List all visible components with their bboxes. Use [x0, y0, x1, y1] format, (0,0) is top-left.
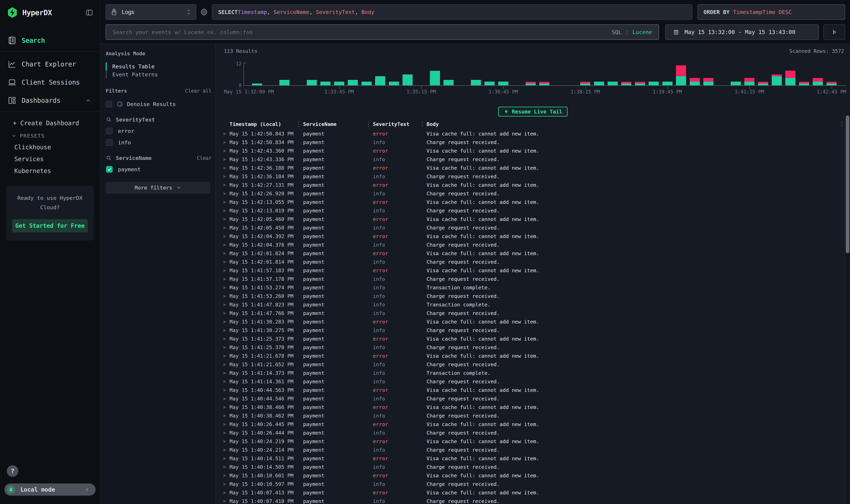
histogram-bar-error[interactable] [690, 78, 700, 82]
table-row[interactable]: >May 15 1:41:57.178 PMpaymentinfoCharge … [216, 275, 844, 283]
table-row[interactable]: >May 15 1:40:10.601 PMpaymenterrorVisa c… [216, 471, 844, 480]
table-row[interactable]: >May 15 1:41:47.823 PMpaymentinfoTransac… [216, 300, 844, 309]
histogram-bar-info[interactable] [594, 82, 604, 85]
histogram-bar-info[interactable] [389, 82, 399, 85]
histogram-bar-info[interactable] [279, 80, 289, 85]
sidebar-item-kubernetes[interactable]: Kubernetes [14, 167, 100, 174]
histogram-bar-info[interactable] [703, 82, 713, 85]
tab-results-table[interactable]: Results Table [106, 62, 212, 70]
table-row[interactable]: >May 15 1:41:25.373 PMpaymenterrorVisa c… [216, 335, 844, 343]
column-header-timestamp[interactable]: Timestamp (Local) [230, 121, 303, 127]
table-row[interactable]: >May 15 1:41:14.373 PMpaymentinfoTransac… [216, 369, 844, 377]
filter-option-error[interactable]: error [106, 128, 212, 134]
histogram-bar-info[interactable] [320, 82, 330, 85]
histogram-bar-info[interactable] [485, 82, 494, 85]
histogram-bar-info[interactable] [621, 84, 631, 85]
tab-event-patterns[interactable]: Event Patterns [106, 70, 212, 78]
histogram-bar-error[interactable] [799, 82, 809, 84]
histogram-bar-info[interactable] [498, 82, 508, 85]
table-options-menu[interactable] [841, 121, 842, 126]
table-row[interactable]: >May 15 1:42:13.019 PMpaymentinfoCharge … [216, 206, 844, 215]
table-row[interactable]: >May 15 1:41:53.274 PMpaymentinfoTransac… [216, 283, 844, 292]
table-row[interactable]: >May 15 1:42:05.460 PMpaymenterrorVisa c… [216, 215, 844, 223]
table-row[interactable]: >May 15 1:40:10.597 PMpaymentinfoCharge … [216, 480, 844, 488]
histogram-bar-info[interactable] [608, 82, 618, 85]
table-row[interactable]: >May 15 1:40:24.214 PMpaymentinfoCharge … [216, 446, 844, 454]
filter-option-payment[interactable]: payment [106, 166, 212, 173]
histogram-plot[interactable] [243, 63, 846, 86]
histogram-bar-info[interactable] [635, 84, 645, 85]
table-row[interactable]: >May 15 1:41:25.370 PMpaymentinfoCharge … [216, 343, 844, 352]
table-row[interactable]: >May 15 1:40:24.219 PMpaymenterrorVisa c… [216, 437, 844, 446]
histogram-bar-error[interactable] [772, 74, 782, 76]
table-row[interactable]: >May 15 1:40:38.462 PMpaymentinfoCharge … [216, 411, 844, 420]
histogram-bar-error[interactable] [758, 82, 768, 84]
sidebar-collapse-icon[interactable] [85, 8, 93, 17]
table-row[interactable]: >May 15 1:42:36.188 PMpaymenterrorVisa c… [216, 164, 844, 172]
histogram-bar-error[interactable] [635, 82, 645, 84]
histogram-bar-info[interactable] [813, 82, 823, 85]
sidebar-item-search[interactable]: Search [0, 35, 100, 46]
table-row[interactable]: >May 15 1:42:01.814 PMpaymentinfoCharge … [216, 257, 844, 266]
mode-toggle-lucene[interactable]: Lucene [633, 29, 652, 35]
histogram-bar-info[interactable] [402, 74, 413, 85]
column-drag-handle[interactable] [368, 122, 369, 127]
histogram-bar-info[interactable] [649, 82, 659, 85]
help-button[interactable]: ? [7, 465, 18, 477]
histogram-bar-error[interactable] [526, 82, 536, 84]
histogram-bar-info[interactable] [471, 80, 481, 85]
table-scrollbar[interactable] [845, 113, 850, 504]
table-row[interactable]: >May 15 1:42:50.834 PMpaymentinfoCharge … [216, 138, 844, 146]
table-row[interactable]: >May 15 1:40:14.505 PMpaymentinfoCharge … [216, 463, 844, 471]
histogram-bar-error[interactable] [703, 78, 713, 82]
histogram-bar-info[interactable] [758, 84, 768, 85]
histogram-bar-error[interactable] [580, 82, 590, 84]
filter-option-info[interactable]: info [106, 139, 212, 146]
histogram-bar-info[interactable] [526, 84, 536, 85]
column-header-servicename[interactable]: ServiceName [303, 121, 373, 127]
column-header-body[interactable]: Body [427, 121, 844, 127]
table-row[interactable]: >May 15 1:40:44.546 PMpaymentinfoCharge … [216, 394, 844, 403]
histogram-bar-error[interactable] [621, 82, 631, 84]
table-row[interactable]: >May 15 1:41:30.283 PMpaymenterrorVisa c… [216, 318, 844, 326]
histogram-bar-error[interactable] [676, 66, 686, 76]
table-row[interactable]: >May 15 1:40:07.413 PMpaymenterrorVisa c… [216, 488, 844, 497]
table-row[interactable]: >May 15 1:40:07.410 PMpaymentinfoCharge … [216, 497, 844, 504]
table-row[interactable]: >May 15 1:42:27.131 PMpaymenterrorVisa c… [216, 181, 844, 189]
sidebar-item-clickhouse[interactable]: Clickhouse [14, 144, 100, 151]
table-row[interactable]: >May 15 1:42:43.336 PMpaymentinfoCharge … [216, 155, 844, 164]
sidebar-item-client-sessions[interactable]: Client Sessions [0, 77, 100, 88]
table-row[interactable]: >May 15 1:40:14.511 PMpaymenterrorVisa c… [216, 454, 844, 463]
clear-servicename-button[interactable]: Clear [197, 155, 212, 161]
table-row[interactable]: >May 15 1:40:26.445 PMpaymenterrorVisa c… [216, 420, 844, 429]
histogram-bar-info[interactable] [444, 80, 454, 85]
more-filters-button[interactable]: More filters [106, 182, 210, 194]
table-row[interactable]: >May 15 1:42:26.920 PMpaymentinfoCharge … [216, 189, 844, 198]
denoise-results-checkbox[interactable]: Denoise Results [106, 101, 212, 107]
histogram-bar-info[interactable] [676, 76, 686, 85]
table-row[interactable]: >May 15 1:42:04.376 PMpaymentinfoCharge … [216, 240, 844, 249]
sidebar-item-services[interactable]: Services [14, 156, 100, 163]
table-row[interactable]: >May 15 1:41:21.652 PMpaymentinfoCharge … [216, 360, 844, 369]
table-row[interactable]: >May 15 1:41:47.766 PMpaymentinfoCharge … [216, 309, 844, 318]
order-by-input[interactable]: ORDER BY TimestampTime DESC [698, 4, 845, 20]
mode-toggle-sql[interactable]: SQL [612, 29, 621, 35]
column-drag-handle[interactable] [422, 122, 423, 127]
get-started-button[interactable]: Get Started for Free [12, 219, 88, 232]
histogram-bar-error[interactable] [827, 82, 836, 84]
source-select[interactable]: Logs [106, 4, 196, 20]
source-settings-button[interactable] [196, 8, 212, 16]
select-clause[interactable]: SELECT Timestamp, ServiceName, SeverityT… [212, 4, 692, 20]
local-mode-menu[interactable]: U Local mode [4, 483, 95, 496]
table-row[interactable]: >May 15 1:41:53.260 PMpaymentinfoCharge … [216, 292, 844, 300]
table-row[interactable]: >May 15 1:41:57.183 PMpaymenterrorVisa c… [216, 266, 844, 275]
resume-live-tail-button[interactable]: Resume Live Tail [498, 107, 568, 116]
table-row[interactable]: >May 15 1:42:05.450 PMpaymentinfoCharge … [216, 223, 844, 232]
table-row[interactable]: >May 15 1:42:13.055 PMpaymenterrorVisa c… [216, 198, 844, 206]
histogram-bar-error[interactable] [785, 71, 795, 78]
histogram-bar-info[interactable] [539, 84, 549, 85]
histogram-bar-info[interactable] [662, 82, 672, 85]
filter-group-severitytext[interactable]: SeverityText [106, 116, 212, 123]
table-row[interactable]: >May 15 1:42:43.360 PMpaymenterrorVisa c… [216, 146, 844, 155]
histogram-bar-error[interactable] [539, 82, 549, 84]
